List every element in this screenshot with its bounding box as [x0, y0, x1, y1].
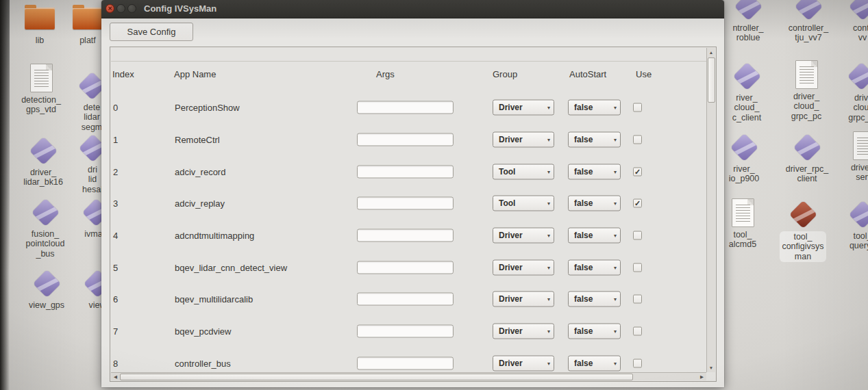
- maximize-button[interactable]: [127, 4, 136, 13]
- group-dropdown[interactable]: Driver ▾: [493, 100, 554, 116]
- group-dropdown[interactable]: Driver ▾: [493, 259, 554, 275]
- chevron-down-icon: ▾: [614, 196, 617, 211]
- row-app-name: adciv_record: [175, 166, 225, 177]
- desktop-icon-label: driver_serv: [830, 163, 868, 183]
- desktop-icon[interactable]: drivclougrpc_s: [827, 61, 868, 122]
- autostart-dropdown[interactable]: false ▾: [568, 259, 621, 275]
- group-value: Driver: [499, 101, 523, 115]
- autostart-dropdown[interactable]: false ▾: [568, 196, 621, 211]
- use-checkbox[interactable]: [633, 295, 642, 304]
- row-app-name: adcndtmultimapping: [175, 231, 254, 241]
- use-checkbox[interactable]: [633, 135, 642, 144]
- icon-label-line: driv: [827, 93, 868, 103]
- args-input[interactable]: [357, 197, 454, 210]
- scroll-left-icon[interactable]: ◀: [112, 373, 119, 380]
- row-index: 3: [113, 198, 118, 209]
- row-index: 5: [113, 262, 118, 272]
- chevron-down-icon: ▾: [614, 229, 617, 243]
- row-app-name: PerceptionShow: [175, 103, 240, 113]
- group-value: Driver: [499, 260, 523, 274]
- row-index: 8: [113, 358, 118, 368]
- autostart-dropdown[interactable]: false ▾: [568, 228, 621, 244]
- document-icon: [30, 64, 53, 92]
- row-app-name: adciv_replay: [175, 198, 225, 209]
- args-input[interactable]: [357, 325, 454, 338]
- group-dropdown[interactable]: Driver ▾: [493, 132, 554, 148]
- desktop-icon-label: tool_queryn: [828, 231, 868, 251]
- folder-icon: [73, 8, 103, 29]
- app-diamond-icon: [794, 0, 822, 21]
- group-dropdown[interactable]: Driver ▾: [493, 228, 554, 244]
- desktop-icon[interactable]: tool_configivsysman: [769, 199, 837, 262]
- scroll-down-icon[interactable]: ▼: [707, 364, 715, 372]
- group-dropdown[interactable]: Driver ▾: [493, 291, 554, 307]
- scroll-up-icon[interactable]: ▲: [707, 49, 715, 56]
- use-checkbox[interactable]: [633, 359, 642, 367]
- table-row: 8 controller_bus Driver ▾ false ▾: [111, 348, 706, 374]
- icon-label-line: _bus: [11, 249, 79, 259]
- use-checkbox[interactable]: ✓: [633, 199, 642, 208]
- vertical-scrollbar[interactable]: ▲ ▼: [706, 48, 715, 372]
- args-input[interactable]: [357, 229, 454, 242]
- group-dropdown[interactable]: Driver ▾: [493, 355, 554, 371]
- autostart-dropdown[interactable]: false ▾: [568, 324, 621, 339]
- desktop-icon-label: contrvv: [828, 23, 868, 43]
- args-input[interactable]: [357, 165, 454, 178]
- autostart-dropdown[interactable]: false ▾: [568, 291, 621, 307]
- chevron-down-icon: ▾: [547, 356, 550, 370]
- desktop-icon[interactable]: tool_queryn: [828, 199, 868, 251]
- icon-label-line: roblue: [714, 33, 782, 42]
- divider: [111, 61, 706, 62]
- group-dropdown[interactable]: Driver ▾: [493, 324, 554, 339]
- args-input[interactable]: [357, 101, 454, 114]
- chevron-down-icon: ▾: [547, 292, 550, 307]
- icon-label-line: ntroller_: [714, 23, 782, 33]
- use-checkbox[interactable]: ✓: [633, 167, 642, 176]
- autostart-value: false: [574, 101, 593, 115]
- table-row: 4 adcndtmultimapping Driver ▾ false ▾: [111, 220, 706, 252]
- autostart-dropdown[interactable]: false ▾: [568, 100, 621, 116]
- autostart-dropdown[interactable]: false ▾: [568, 164, 621, 179]
- row-app-name: RemoteCtrl: [175, 135, 220, 145]
- desktop-icon[interactable]: contrvv: [828, 0, 868, 43]
- autostart-dropdown[interactable]: false ▾: [568, 132, 621, 148]
- save-config-button[interactable]: Save Config: [110, 23, 193, 41]
- chevron-down-icon: ▾: [547, 164, 550, 179]
- use-checkbox[interactable]: [633, 263, 642, 272]
- vertical-scroll-thumb[interactable]: [708, 57, 715, 103]
- desktop-icon-label: drivclougrpc_s: [827, 93, 868, 122]
- horizontal-scroll-thumb[interactable]: [120, 374, 633, 380]
- minimize-button[interactable]: [116, 4, 125, 13]
- header-use: Use: [636, 69, 652, 79]
- scroll-right-icon[interactable]: ▶: [698, 373, 706, 380]
- group-value: Tool: [499, 196, 515, 211]
- desktop-icon[interactable]: ntroller_roblue: [714, 0, 782, 43]
- header-group: Group: [493, 69, 517, 79]
- desktop-icon-glyph: [828, 0, 868, 21]
- group-value: Driver: [499, 356, 523, 370]
- args-input[interactable]: [357, 261, 454, 274]
- horizontal-scrollbar[interactable]: ◀ ▶: [111, 372, 706, 380]
- table-rows: 0 PerceptionShow Driver ▾ false ▾ 1 Remo…: [111, 92, 706, 374]
- autostart-dropdown[interactable]: false ▾: [568, 355, 621, 371]
- group-value: Tool: [499, 164, 515, 179]
- desktop-icon[interactable]: driver_serv: [830, 131, 868, 183]
- use-checkbox[interactable]: [633, 103, 642, 112]
- group-value: Driver: [499, 229, 523, 243]
- chevron-down-icon: ▾: [614, 164, 617, 179]
- args-input[interactable]: [357, 356, 454, 369]
- app-diamond-icon: [32, 269, 60, 297]
- app-diamond-icon: [730, 133, 758, 161]
- window-titlebar[interactable]: ✕ Config IVSysMan: [101, 0, 724, 18]
- chevron-down-icon: ▾: [547, 324, 550, 339]
- args-input[interactable]: [357, 133, 454, 146]
- close-button[interactable]: ✕: [106, 4, 114, 13]
- row-app-name: bqev_pcdview: [175, 326, 231, 337]
- row-app-name: bqev_lidar_cnn_detect_view: [175, 262, 287, 272]
- group-dropdown[interactable]: Tool ▾: [493, 196, 554, 211]
- use-checkbox[interactable]: [633, 327, 642, 336]
- use-checkbox[interactable]: [633, 231, 642, 240]
- group-dropdown[interactable]: Tool ▾: [493, 164, 554, 179]
- args-input[interactable]: [357, 293, 454, 306]
- table-row: 1 RemoteCtrl Driver ▾ false ▾: [111, 124, 706, 156]
